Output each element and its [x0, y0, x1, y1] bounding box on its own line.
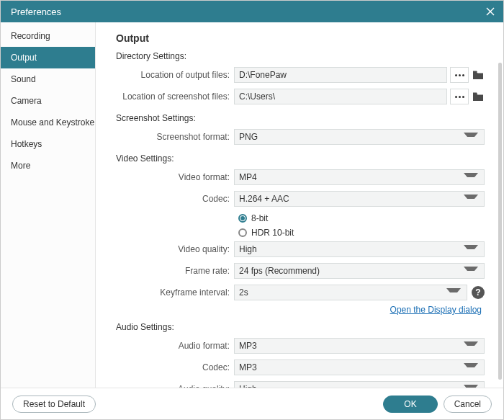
content: Output Directory Settings: Location of o…: [96, 22, 503, 388]
input-screenshot-location[interactable]: C:\Users\: [234, 89, 447, 104]
main: Recording Output Sound Camera Mouse and …: [1, 22, 503, 388]
sidebar-item-hotkeys[interactable]: Hotkeys: [1, 133, 95, 155]
open-screenshot-folder-button[interactable]: [472, 89, 485, 104]
label-screenshot-format: Screenshot format:: [116, 132, 234, 142]
label-video-codec: Codec:: [116, 194, 234, 204]
section-directory-title: Directory Settings:: [116, 51, 485, 61]
select-value: H.264 + AAC: [239, 194, 289, 204]
sidebar-item-label: Mouse and Keystroke: [11, 117, 94, 128]
label-audio-quality: Audio quality:: [116, 384, 234, 388]
row-audio-quality: Audio quality: High: [116, 380, 485, 388]
scrollpane: Output Directory Settings: Location of o…: [96, 22, 498, 388]
select-keyframe-interval[interactable]: 2s: [234, 285, 467, 300]
select-frame-rate[interactable]: 24 fps (Recommend): [234, 263, 485, 279]
section-audio-title: Audio Settings:: [116, 322, 485, 332]
select-audio-format[interactable]: MP3: [234, 338, 485, 354]
row-video-quality: Video quality: High: [116, 240, 485, 259]
titlebar: Preferences: [1, 1, 503, 22]
sidebar-item-label: Sound: [11, 74, 36, 84]
sidebar-item-camera[interactable]: Camera: [1, 90, 95, 112]
row-screenshot-format: Screenshot format: PNG: [116, 128, 485, 146]
help-icon[interactable]: ?: [472, 286, 485, 299]
label-audio-format: Audio format:: [116, 341, 234, 351]
label-output-location: Location of output files:: [116, 70, 234, 80]
sidebar-item-label: Camera: [11, 96, 42, 106]
row-output-location: Location of output files: D:\FonePaw: [116, 66, 485, 84]
radio-label: HDR 10-bit: [251, 228, 294, 238]
row-audio-format: Audio format: MP3: [116, 336, 485, 355]
select-video-format[interactable]: MP4: [234, 169, 485, 185]
row-video-format: Video format: MP4: [116, 168, 485, 187]
sidebar-item-mouse-keystroke[interactable]: Mouse and Keystroke: [1, 112, 95, 133]
select-value: PNG: [239, 132, 258, 142]
footer: Reset to Default OK Cancel: [1, 388, 503, 419]
radio-hdr10[interactable]: HDR 10-bit: [238, 225, 485, 240]
scrollbar[interactable]: [498, 63, 502, 380]
folder-icon: [472, 70, 484, 80]
select-audio-quality[interactable]: High: [234, 381, 485, 388]
select-value: MP3: [239, 362, 257, 372]
row-video-codec: Codec: H.264 + AAC: [116, 189, 485, 208]
sidebar-item-label: More: [11, 161, 30, 171]
select-audio-codec[interactable]: MP3: [234, 359, 485, 375]
radio-icon: [238, 214, 247, 223]
reset-button[interactable]: Reset to Default: [12, 396, 96, 413]
input-output-location[interactable]: D:\FonePaw: [234, 67, 447, 83]
select-value: High: [239, 384, 257, 388]
label-audio-codec: Codec:: [116, 362, 234, 372]
select-video-quality[interactable]: High: [234, 241, 485, 257]
close-icon[interactable]: [485, 6, 496, 17]
open-output-folder-button[interactable]: [472, 67, 485, 83]
label-frame-rate: Frame rate:: [116, 266, 234, 276]
page-title: Output: [116, 32, 485, 44]
footer-right: OK Cancel: [383, 396, 492, 413]
select-value: MP4: [239, 172, 257, 182]
select-video-codec[interactable]: H.264 + AAC: [234, 191, 485, 207]
radio-8bit[interactable]: 8-bit: [238, 211, 485, 225]
window-title: Preferences: [11, 6, 61, 17]
browse-output-button[interactable]: [450, 67, 469, 83]
section-screenshot-title: Screenshot Settings:: [116, 113, 485, 123]
input-value: D:\FonePaw: [239, 70, 287, 80]
browse-screenshot-button[interactable]: [450, 89, 469, 104]
link-row: Open the Display dialog: [116, 305, 485, 315]
select-value: MP3: [239, 341, 257, 351]
label-screenshot-location: Location of screenshot files:: [116, 91, 234, 102]
sidebar: Recording Output Sound Camera Mouse and …: [1, 22, 96, 388]
ok-button[interactable]: OK: [383, 396, 437, 413]
label-video-quality: Video quality:: [116, 244, 234, 254]
sidebar-item-sound[interactable]: Sound: [1, 68, 95, 90]
row-keyframe-interval: Keyframe interval: 2s ?: [116, 283, 485, 302]
folder-icon: [472, 91, 484, 102]
cancel-button[interactable]: Cancel: [444, 396, 492, 413]
sidebar-item-label: Recording: [11, 31, 50, 41]
open-display-dialog-link[interactable]: Open the Display dialog: [390, 305, 482, 315]
label-video-format: Video format:: [116, 172, 234, 182]
sidebar-item-label: Hotkeys: [11, 139, 42, 149]
sidebar-item-label: Output: [11, 53, 37, 63]
select-value: 24 fps (Recommend): [239, 266, 320, 276]
select-value: High: [239, 244, 257, 254]
sidebar-item-output[interactable]: Output: [1, 47, 95, 68]
radio-icon: [238, 228, 247, 237]
row-frame-rate: Frame rate: 24 fps (Recommend): [116, 262, 485, 280]
section-video-title: Video Settings:: [116, 153, 485, 164]
ellipsis-icon: [455, 74, 464, 76]
input-value: C:\Users\: [239, 91, 275, 102]
select-value: 2s: [239, 287, 248, 298]
sidebar-item-more[interactable]: More: [1, 155, 95, 177]
row-audio-codec: Codec: MP3: [116, 358, 485, 377]
label-keyframe-interval: Keyframe interval:: [116, 287, 234, 298]
row-screenshot-location: Location of screenshot files: C:\Users\: [116, 87, 485, 106]
sidebar-item-recording[interactable]: Recording: [1, 25, 95, 47]
radio-label: 8-bit: [251, 213, 268, 223]
ellipsis-icon: [455, 96, 464, 98]
select-screenshot-format[interactable]: PNG: [234, 129, 485, 145]
